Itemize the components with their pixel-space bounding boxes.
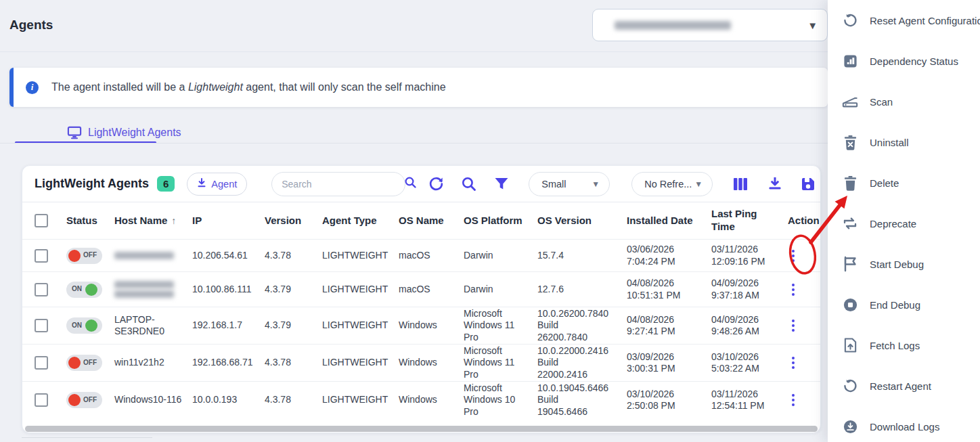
last-ping-cell: 03/10/20265:03:22 AM xyxy=(711,351,788,375)
column-header-version[interactable]: Version xyxy=(265,215,322,227)
status-toggle-off[interactable]: OFF xyxy=(66,392,102,408)
os-name-cell: Windows xyxy=(399,357,464,369)
column-header-last-ping-time[interactable]: Last Ping Time xyxy=(711,208,788,234)
table-row: ON10.100.86.1114.3.79LIGHTWEIGHTmacOSDar… xyxy=(22,271,820,307)
menu-item-download-logs[interactable]: Download Logs xyxy=(828,406,980,442)
table-row: OFFwin11v21h2192.168.68.714.3.78LIGHTWEI… xyxy=(22,344,820,381)
menu-item-end-debug[interactable]: End Debug xyxy=(828,284,980,325)
row-checkbox[interactable] xyxy=(35,393,48,407)
menu-item-scan[interactable]: Scan xyxy=(828,81,980,122)
status-dot xyxy=(85,284,97,296)
horizontal-scrollbar[interactable] xyxy=(25,426,818,432)
menu-item-label: Restart Agent xyxy=(870,380,931,392)
column-header-os-platform[interactable]: OS Platform xyxy=(464,215,537,227)
advanced-search-icon[interactable] xyxy=(460,175,477,192)
filter-icon[interactable] xyxy=(493,176,510,192)
table-row: OFF10.206.54.614.3.78LIGHTWEIGHTmacOSDar… xyxy=(22,239,820,271)
add-agent-button[interactable]: Agent xyxy=(187,173,247,196)
menu-item-deprecate[interactable]: Deprecate xyxy=(828,203,980,244)
version-cell: 4.3.78 xyxy=(265,357,322,369)
caret-down-icon: ▼ xyxy=(807,20,818,31)
row-actions-kebab-icon[interactable] xyxy=(788,354,799,372)
restart-icon xyxy=(842,378,858,394)
menu-item-uninstall[interactable]: Uninstall xyxy=(828,122,980,162)
row-checkbox[interactable] xyxy=(35,319,48,332)
status-toggle-off[interactable]: OFF xyxy=(66,248,102,264)
row-actions-kebab-icon[interactable] xyxy=(788,247,799,265)
agent-type-cell: LIGHTWEIGHT xyxy=(322,250,399,262)
export-download-icon[interactable] xyxy=(767,176,783,192)
hostname-cell: Windows10-116 xyxy=(114,394,192,406)
column-header-os-name[interactable]: OS Name xyxy=(399,215,464,227)
menu-item-dependency-status[interactable]: Dependency Status xyxy=(828,41,980,81)
menu-item-reset-agent-configuration[interactable]: Reset Agent Configuration xyxy=(828,0,980,41)
stop-icon xyxy=(842,297,858,313)
reset-icon xyxy=(842,12,858,28)
search-input[interactable] xyxy=(282,179,404,190)
os-name-cell: macOS xyxy=(399,250,464,262)
action-cell xyxy=(788,247,822,265)
page-size-value: Small xyxy=(541,179,566,190)
row-actions-kebab-icon[interactable] xyxy=(788,317,799,334)
scan-icon xyxy=(842,94,858,109)
card-header: LightWeight Agents 6 Agent Small ▼ xyxy=(22,166,820,202)
row-actions-kebab-icon[interactable] xyxy=(788,391,799,409)
caret-down-icon: ▼ xyxy=(592,179,600,189)
version-cell: 4.3.78 xyxy=(265,394,322,406)
status-toggle-off[interactable]: OFF xyxy=(66,355,102,371)
row-checkbox[interactable] xyxy=(35,283,48,296)
status-toggle-on[interactable]: ON xyxy=(66,317,102,334)
tab-label: LightWeight Agents xyxy=(88,127,181,139)
os-platform-cell: Darwin xyxy=(464,250,537,262)
info-banner: i The agent installed will be a Lightwei… xyxy=(9,68,828,107)
ip-cell: 192.168.68.71 xyxy=(192,357,265,369)
menu-item-delete[interactable]: Delete xyxy=(828,162,980,203)
menu-divider xyxy=(22,437,152,438)
refresh-icon[interactable] xyxy=(428,175,445,192)
row-actions-kebab-icon[interactable] xyxy=(788,281,799,299)
search-icon[interactable] xyxy=(404,176,417,192)
action-cell xyxy=(788,354,822,372)
os-platform-cell: Microsoft Windows 10 Pro xyxy=(464,382,537,418)
os-platform-cell: Darwin xyxy=(464,284,537,296)
column-header-action[interactable]: Action xyxy=(788,215,822,227)
column-header-status[interactable]: Status xyxy=(66,215,114,227)
agent-count-badge: 6 xyxy=(157,176,175,192)
sort-asc-icon[interactable]: ↑ xyxy=(171,215,176,226)
auto-refresh-value: No Refre... xyxy=(644,179,692,190)
last-ping-cell: 04/09/20269:48:26 AM xyxy=(711,314,788,338)
menu-item-start-debug[interactable]: Start Debug xyxy=(828,244,980,284)
row-checkbox[interactable] xyxy=(35,249,48,263)
installed-date-cell: 03/10/20262:50:08 PM xyxy=(627,389,711,412)
menu-item-restart-agent[interactable]: Restart Agent xyxy=(828,366,980,406)
os-name-cell: macOS xyxy=(399,284,464,296)
status-label: OFF xyxy=(83,359,97,368)
columns-icon[interactable] xyxy=(732,177,749,192)
column-header-agent-type[interactable]: Agent Type xyxy=(322,215,399,227)
menu-item-label: Download Logs xyxy=(870,421,939,433)
column-header-host-name[interactable]: Host Name↑ xyxy=(114,215,192,227)
column-header-os-version[interactable]: OS Version xyxy=(537,215,627,227)
scope-dropdown[interactable]: ▼ xyxy=(592,9,828,41)
menu-item-label: Scan xyxy=(870,96,893,108)
redacted-hostname xyxy=(114,290,174,298)
hostname-cell: LAPTOP-SE3RDNE0 xyxy=(114,314,192,338)
save-icon[interactable] xyxy=(800,176,816,192)
page-size-select[interactable]: Small ▼ xyxy=(529,172,610,196)
status-toggle-on[interactable]: ON xyxy=(66,282,102,298)
ip-cell: 192.168.1.7 xyxy=(192,319,265,332)
search-box xyxy=(271,172,405,196)
agent-type-cell: LIGHTWEIGHT xyxy=(322,357,399,369)
menu-item-fetch-logs[interactable]: Fetch Logs xyxy=(828,325,980,366)
version-cell: 4.3.78 xyxy=(265,250,322,262)
row-checkbox-cell xyxy=(22,319,66,332)
row-actions-menu: Reset Agent ConfigurationDependency Stat… xyxy=(828,0,980,442)
os-name-cell: Windows xyxy=(399,319,464,332)
auto-refresh-select[interactable]: No Refre... ▼ xyxy=(631,172,713,196)
column-header-ip[interactable]: IP xyxy=(192,215,265,227)
row-checkbox[interactable] xyxy=(35,356,48,370)
select-all-checkbox[interactable] xyxy=(35,214,48,227)
column-header-installed-date[interactable]: Installed Date xyxy=(627,215,711,227)
row-checkbox-cell xyxy=(22,356,66,370)
tab-lightweight-agents[interactable]: LightWeight Agents xyxy=(15,123,181,142)
